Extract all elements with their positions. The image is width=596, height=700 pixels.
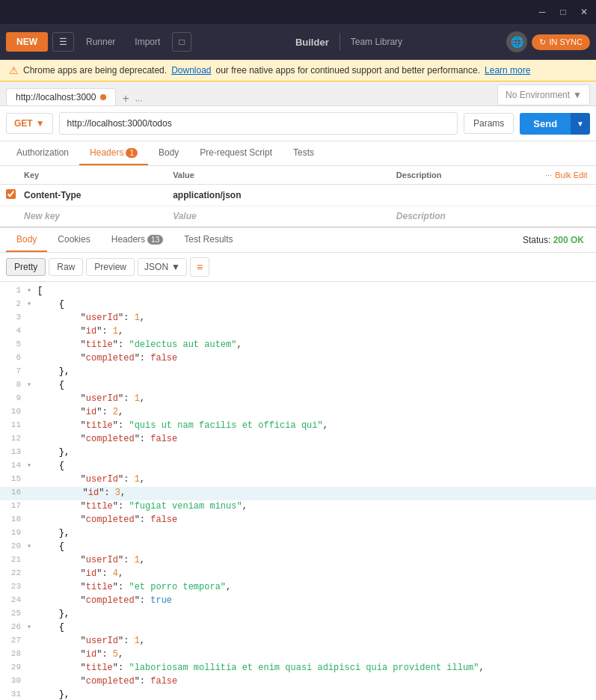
new-header-row: New key Value Description (0, 206, 596, 227)
json-content: }, (36, 447, 596, 458)
header-checkbox-col (6, 171, 24, 179)
json-content: "userId": 1, (36, 636, 596, 646)
json-content: "id": 4, (36, 568, 596, 579)
json-line: 3 "userId": 1, (0, 312, 596, 325)
tab-authorization[interactable]: Authorization (6, 141, 79, 165)
json-content: }, (36, 609, 596, 619)
header-checkbox-input[interactable] (6, 189, 16, 199)
url-tab[interactable]: http://localhost:3000 (6, 88, 116, 105)
json-line: 22 "id": 4, (0, 568, 596, 581)
send-dropdown-button[interactable]: ▼ (571, 113, 590, 135)
resp-tab-cookies[interactable]: Cookies (47, 228, 100, 252)
close-button[interactable]: ✕ (578, 7, 590, 17)
main-area: http://localhost:3000 + ··· No Environme… (0, 82, 596, 698)
header-desc-col: Description (396, 171, 545, 179)
line-number: 6 (0, 353, 27, 362)
minimize-button[interactable]: ─ (536, 7, 548, 17)
insync-button[interactable]: ↻ IN SYNC (532, 34, 590, 50)
json-content: }, (36, 528, 596, 538)
json-content: { (36, 380, 596, 390)
resp-tab-test-results[interactable]: Test Results (173, 228, 243, 252)
runner-button[interactable]: Runner (79, 33, 123, 51)
add-tab-button[interactable]: + (119, 92, 132, 105)
line-number: 18 (0, 515, 27, 524)
line-number: 30 (0, 676, 27, 685)
wrap-button[interactable]: ≡ (190, 257, 209, 277)
import-button[interactable]: Import (127, 33, 168, 51)
environment-selector[interactable]: No Environment ▼ (497, 85, 590, 105)
json-line: 18 "completed": false (0, 514, 596, 527)
json-display[interactable]: 1▾[2▾ {3 "userId": 1,4 "id": 1,5 "title"… (0, 282, 596, 700)
new-key-input[interactable]: New key (24, 211, 173, 221)
layout-icon-button[interactable]: ☰ (52, 32, 74, 52)
tab-headers[interactable]: Headers1 (79, 141, 148, 165)
send-button[interactable]: Send (520, 113, 571, 135)
json-content: "completed": false (36, 434, 596, 444)
method-select[interactable]: GET ▼ (6, 113, 53, 134)
preview-button[interactable]: Preview (86, 258, 135, 276)
json-line: 6 "completed": false (0, 352, 596, 366)
json-content: { (36, 541, 596, 552)
line-number: 10 (0, 407, 27, 416)
bulk-edit-button[interactable]: Bulk Edit (555, 171, 587, 179)
maximize-button[interactable]: □ (557, 7, 569, 17)
new-tab-button[interactable]: □ (172, 32, 191, 52)
json-content: "userId": 1, (36, 555, 596, 565)
download-link[interactable]: Download (171, 65, 211, 76)
team-library-label[interactable]: Team Library (351, 37, 402, 47)
headers-table: Key Value Description ··· Bulk Edit Cont… (0, 166, 596, 227)
json-line: 17 "title": "fugiat veniam minus", (0, 500, 596, 514)
json-line: 14▾ { (0, 460, 596, 473)
json-line: 31 }, (0, 689, 596, 700)
json-line: 9 "userId": 1, (0, 393, 596, 406)
tab-tests[interactable]: Tests (283, 141, 325, 165)
json-line: 23 "title": "et porro tempora", (0, 581, 596, 595)
line-number: 13 (0, 447, 27, 456)
new-button[interactable]: NEW (6, 32, 48, 52)
json-content: "id": 5, (36, 649, 596, 660)
fold-icon[interactable]: ▾ (27, 380, 36, 389)
globe-icon[interactable]: 🌐 (506, 31, 527, 52)
fold-icon[interactable]: ▾ (27, 286, 36, 295)
fold-icon[interactable]: ▾ (27, 622, 36, 631)
line-number: 28 (0, 649, 27, 658)
raw-button[interactable]: Raw (49, 258, 83, 276)
params-button[interactable]: Params (464, 113, 514, 134)
line-number: 2 (0, 299, 27, 308)
json-line: 5 "title": "delectus aut autem", (0, 339, 596, 352)
json-line: 25 }, (0, 608, 596, 621)
json-line: 2▾ { (0, 298, 596, 312)
json-content: [ (36, 286, 596, 296)
json-content: "title": "delectus aut autem", (36, 340, 596, 350)
status-indicator: Status: 200 OK (523, 235, 590, 245)
new-desc-input[interactable]: Description (396, 211, 545, 221)
titlebar: ─ □ ✕ (0, 0, 596, 24)
json-line: 4 "id": 1, (0, 325, 596, 339)
resp-tab-headers[interactable]: Headers13 (101, 228, 173, 252)
header-key-col: Key (24, 171, 173, 179)
line-number: 25 (0, 609, 27, 618)
fold-icon[interactable]: ▾ (27, 541, 36, 550)
tab-pre-request[interactable]: Pre-request Script (189, 141, 283, 165)
line-number: 11 (0, 420, 27, 429)
line-number: 23 (0, 582, 27, 591)
line-number: 22 (0, 568, 27, 577)
json-content: "userId": 1, (36, 313, 596, 323)
json-content: "title": "laboriosam mollitia et enim qu… (36, 663, 596, 673)
resp-tab-body[interactable]: Body (6, 228, 47, 252)
json-line: 10 "id": 2, (0, 406, 596, 420)
learn-more-link[interactable]: Learn more (485, 65, 530, 76)
new-value-input[interactable]: Value (173, 211, 396, 221)
fold-icon[interactable]: ▾ (27, 461, 36, 470)
tab-body[interactable]: Body (148, 141, 189, 165)
line-number: 4 (0, 326, 27, 335)
header-value-col: Value (173, 171, 396, 179)
three-dots-icon[interactable]: ··· (545, 171, 552, 179)
line-number: 21 (0, 555, 27, 564)
tab-more-button[interactable]: ··· (135, 95, 143, 105)
format-select[interactable]: JSON ▼ (138, 258, 187, 276)
url-input[interactable] (59, 112, 458, 135)
header-checkbox[interactable] (6, 189, 24, 201)
pretty-button[interactable]: Pretty (6, 258, 46, 276)
fold-icon[interactable]: ▾ (27, 299, 36, 308)
